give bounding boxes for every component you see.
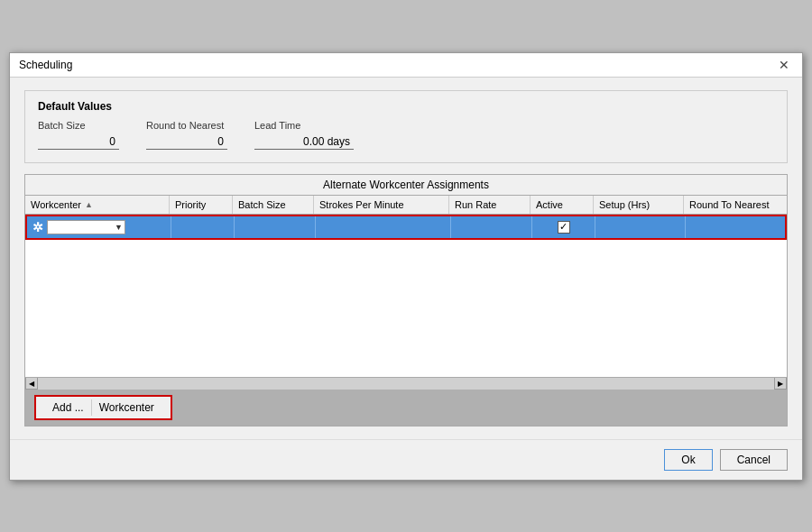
round-to-nearest-input[interactable] (146, 134, 227, 150)
scroll-right-button[interactable]: ▶ (774, 377, 787, 390)
workcenter-input-wrap[interactable]: ▼ (47, 220, 125, 234)
dialog-footer: Ok Cancel (10, 439, 802, 480)
scroll-left-button[interactable]: ◀ (25, 377, 38, 390)
row-indicator-icon: ✲ (32, 220, 43, 234)
add-workcenter-button[interactable]: Add ... Workcenter (34, 395, 172, 420)
col-setup: Setup (Hrs) (594, 196, 684, 214)
dialog-title: Scheduling (19, 59, 72, 71)
scroll-track (38, 377, 774, 390)
row-batch-size-cell (235, 216, 316, 238)
lead-time-input[interactable] (254, 134, 354, 150)
dropdown-arrow-icon[interactable]: ▼ (115, 223, 123, 232)
add-label[interactable]: Add ... (45, 399, 92, 416)
col-priority: Priority (170, 196, 233, 214)
sort-icon: ▲ (85, 200, 93, 209)
col-strokes: Strokes Per Minute (314, 196, 449, 214)
scheduling-dialog: Scheduling ✕ Default Values Batch Size R… (9, 52, 803, 481)
round-to-nearest-group: Round to Nearest (146, 120, 227, 150)
table-row[interactable]: ✲ ▼ ✓ (25, 215, 787, 240)
col-batch-size: Batch Size (233, 196, 314, 214)
round-to-nearest-label: Round to Nearest (146, 120, 227, 131)
col-round-nearest: Round To Nearest (684, 196, 801, 214)
workcenter-input[interactable] (50, 222, 113, 233)
grid-body: ✲ ▼ ✓ (25, 215, 787, 377)
dialog-body: Default Values Batch Size Round to Neare… (10, 78, 802, 439)
lead-time-group: Lead Time (254, 120, 354, 150)
row-active-cell[interactable]: ✓ (532, 216, 595, 238)
default-values-fields: Batch Size Round to Nearest Lead Time (38, 120, 774, 150)
row-priority-cell (171, 216, 235, 238)
row-round-nearest-cell (686, 216, 787, 238)
row-strokes-cell (316, 216, 451, 238)
workcenter-label[interactable]: Workcenter (92, 399, 161, 416)
batch-size-group: Batch Size (38, 120, 119, 150)
col-run-rate: Run Rate (449, 196, 531, 214)
default-values-label: Default Values (38, 100, 774, 113)
batch-size-label: Batch Size (38, 120, 119, 131)
ok-button[interactable]: Ok (664, 449, 712, 471)
active-checkbox[interactable]: ✓ (558, 221, 570, 234)
col-workcenter: Workcenter ▲ (25, 196, 170, 214)
row-workcenter-cell: ✲ ▼ (27, 216, 171, 238)
horizontal-scrollbar[interactable]: ◀ ▶ (25, 377, 787, 390)
row-run-rate-cell (451, 216, 532, 238)
close-button[interactable]: ✕ (775, 59, 793, 71)
cancel-button[interactable]: Cancel (720, 449, 788, 471)
batch-size-input[interactable] (38, 134, 119, 150)
button-bar: Add ... Workcenter (25, 390, 787, 426)
grid-title: Alternate Workcenter Assignments (25, 175, 787, 196)
col-active: Active (531, 196, 594, 214)
grid-header: Workcenter ▲ Priority Batch Size Strokes… (25, 196, 787, 215)
grid-section: Alternate Workcenter Assignments Workcen… (24, 174, 788, 427)
row-setup-cell (595, 216, 686, 238)
lead-time-label: Lead Time (254, 120, 354, 131)
default-values-section: Default Values Batch Size Round to Neare… (24, 90, 788, 163)
title-bar: Scheduling ✕ (10, 53, 802, 78)
